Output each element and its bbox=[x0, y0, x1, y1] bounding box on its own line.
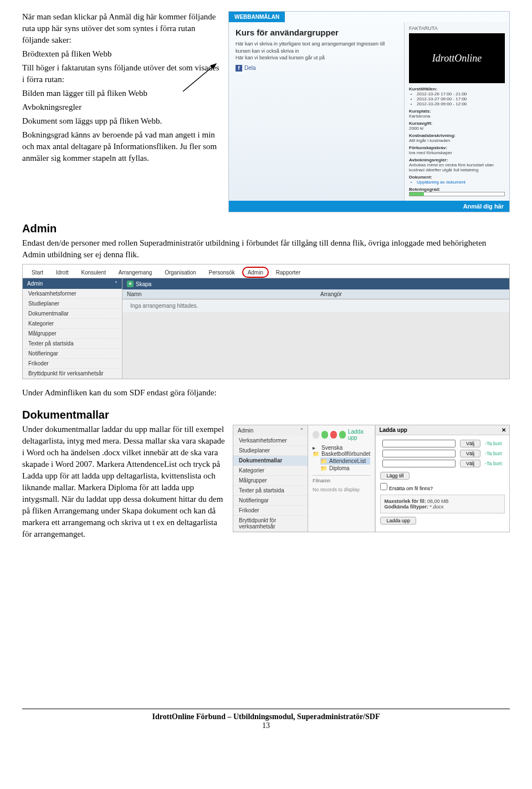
no-records: No records to display. bbox=[313, 483, 370, 496]
upload-panel: Ladda upp✕ Välj -Ta bort Välj -Ta bort V… bbox=[375, 425, 509, 532]
tab-rapporter[interactable]: Rapporter bbox=[270, 267, 306, 277]
sidebar-item[interactable]: Frikoder bbox=[233, 506, 308, 516]
upload-icon[interactable] bbox=[339, 431, 346, 439]
sidebar-item[interactable]: Frikoder bbox=[23, 359, 122, 369]
tab-start[interactable]: Start bbox=[26, 267, 49, 277]
sidebar-item[interactable]: Bryttidpunkt för verksamhetsår bbox=[23, 369, 122, 379]
close-icon[interactable]: ✕ bbox=[502, 427, 506, 433]
page-footer: IdrottOnline Förbund – Utbildningsmodul,… bbox=[22, 709, 510, 730]
add-button[interactable]: Lägg till bbox=[380, 472, 410, 480]
tab-konsulent[interactable]: Konsulent bbox=[75, 267, 111, 277]
sidebar-item[interactable]: Dokumentmallar bbox=[23, 309, 122, 319]
course-title: Kurs för användargrupper bbox=[236, 28, 397, 37]
remove-link[interactable]: -Ta bort bbox=[483, 439, 505, 449]
sidebar-item[interactable]: Studieplaner bbox=[233, 446, 308, 456]
plus-icon: + bbox=[127, 281, 134, 287]
choose-button[interactable]: Välj bbox=[460, 450, 480, 457]
dokumentmallar-heading: Dokumentmallar bbox=[22, 409, 510, 421]
empty-message: Inga arrangemang hittades. bbox=[122, 299, 509, 312]
tab-organisation[interactable]: Organisation bbox=[159, 267, 202, 277]
dokumentmallar-panel: Admin˄ Verksamhetsformer Studieplaner Do… bbox=[233, 425, 510, 532]
sidebar-item[interactable]: Kategorier bbox=[23, 319, 122, 329]
choose-button[interactable]: Välj bbox=[460, 460, 480, 467]
nav-tabs: Start Idrott Konsulent Arrangemang Organ… bbox=[23, 264, 509, 278]
sidebar-item[interactable]: Texter på startsida bbox=[233, 486, 308, 496]
sidebar-item[interactable]: Kategorier bbox=[233, 466, 308, 476]
create-button[interactable]: + Skapa bbox=[122, 278, 509, 289]
file-input[interactable] bbox=[382, 440, 456, 447]
chevron-up-icon: ˄ bbox=[115, 281, 117, 287]
file-input[interactable] bbox=[382, 460, 456, 467]
idrottonline-logo: IdrottOnline bbox=[409, 33, 505, 83]
intro-text: När man sedan klickar på Anmäl dig här k… bbox=[22, 11, 222, 212]
new-icon[interactable] bbox=[321, 431, 328, 439]
facebook-icon: f bbox=[236, 65, 242, 72]
page-number: 13 bbox=[22, 721, 510, 730]
sidebar-item-dokumentmallar[interactable]: Dokumentmallar bbox=[233, 456, 308, 466]
webbanmalan-tab: WEBBANMÄLAN bbox=[229, 12, 285, 22]
choose-button[interactable]: Välj bbox=[460, 440, 480, 447]
faktaruta: FAKTARUTA IdrottOnline Kurstillfällen: 2… bbox=[404, 22, 509, 201]
admin-sidebar: Admin˄ Verksamhetsformer Studieplaner Do… bbox=[23, 278, 122, 379]
document-link[interactable]: Uppläsning av dokument bbox=[417, 180, 505, 185]
sidebar-item[interactable]: Notifieringar bbox=[23, 349, 122, 359]
tab-admin[interactable]: Admin bbox=[242, 267, 269, 278]
tree-root[interactable]: ▸ 📁 Svenska Basketbollförbundet bbox=[313, 444, 370, 457]
tree-attendencelist[interactable]: 📁 AttendenceList bbox=[320, 457, 370, 465]
tree-diploma[interactable]: 📁 Diploma bbox=[320, 465, 370, 472]
webbanmalan-box: WEBBANMÄLAN Kurs för användargrupper Här… bbox=[228, 11, 510, 212]
sidebar-item[interactable]: Texter på startsida bbox=[23, 339, 122, 349]
tab-idrott[interactable]: Idrott bbox=[50, 267, 74, 277]
sidebar-item[interactable]: Studieplaner bbox=[23, 299, 122, 309]
remove-link[interactable]: -Ta bort bbox=[483, 459, 505, 469]
sidebar-item[interactable]: Målgrupper bbox=[233, 476, 308, 486]
sidebar-item[interactable]: Målgrupper bbox=[23, 329, 122, 339]
admin-panel: Start Idrott Konsulent Arrangemang Organ… bbox=[22, 264, 510, 379]
dokmall-sidebar: Admin˄ Verksamhetsformer Studieplaner Do… bbox=[233, 425, 308, 532]
refresh-icon[interactable] bbox=[313, 431, 319, 439]
tab-arrangemang[interactable]: Arrangemang bbox=[113, 267, 158, 277]
admin-heading: Admin bbox=[22, 222, 510, 235]
col-arrangor: Arrangör bbox=[316, 289, 509, 299]
tab-personsok[interactable]: Personsök bbox=[203, 267, 241, 277]
sidebar-item[interactable]: Bryttidpunkt för verksamhetsår bbox=[233, 516, 308, 532]
sidebar-item[interactable]: Verksamhetsformer bbox=[233, 436, 308, 446]
signup-button[interactable]: Anmäl dig här bbox=[229, 201, 509, 212]
delete-icon[interactable] bbox=[330, 431, 337, 439]
sidebar-item[interactable]: Verksamhetsformer bbox=[23, 289, 122, 299]
col-name: Namn bbox=[122, 289, 316, 299]
replace-checkbox[interactable] bbox=[380, 483, 387, 490]
file-input[interactable] bbox=[382, 450, 456, 457]
remove-link[interactable]: -Ta bort bbox=[483, 449, 505, 459]
upload-link[interactable]: Ladda upp bbox=[348, 429, 370, 441]
sidebar-item[interactable]: Notifieringar bbox=[233, 496, 308, 506]
upload-button[interactable]: Ladda upp bbox=[380, 517, 416, 525]
share-button[interactable]: f Dela bbox=[236, 65, 256, 72]
